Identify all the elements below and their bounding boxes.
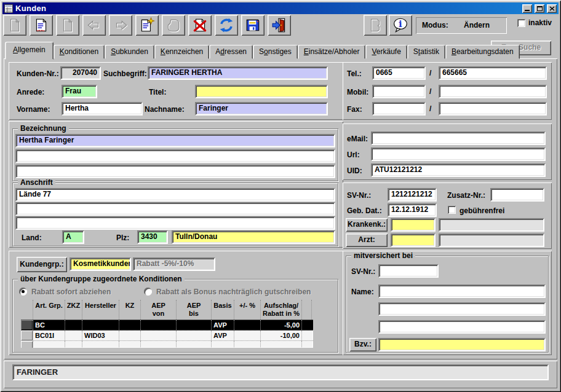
tab-konditionen[interactable]: Konditionen bbox=[54, 45, 105, 59]
email-label: eMail: bbox=[347, 132, 368, 146]
mobil-vorwahl-field[interactable] bbox=[372, 85, 426, 98]
mitversichert-name2-field[interactable] bbox=[378, 302, 546, 316]
tab-einsaetze-abholer[interactable]: Einsätze/Abholer bbox=[298, 45, 366, 59]
arzt-code-field[interactable] bbox=[391, 233, 436, 247]
ort-field[interactable]: Tulln/Donau bbox=[172, 230, 335, 244]
anschrift-line1[interactable]: Lände 77 bbox=[15, 188, 335, 202]
fax-vorwahl-field[interactable] bbox=[372, 102, 426, 116]
delete-record-button[interactable] bbox=[188, 15, 212, 36]
arzt-button[interactable]: Arzt: bbox=[346, 233, 388, 247]
plz-field[interactable]: 3430 bbox=[137, 230, 168, 244]
anschrift-line3[interactable] bbox=[15, 216, 335, 230]
sv-nr-field[interactable]: 1212121212 bbox=[388, 188, 437, 202]
open-record-button[interactable] bbox=[30, 15, 53, 36]
kunden-nr-field: 207040 bbox=[60, 66, 101, 80]
exit-button[interactable] bbox=[268, 15, 291, 36]
insurance-panel: SV-Nr.: 1212121212 Zusatz-Nr.: Geb. Dat.… bbox=[343, 182, 552, 249]
bezeichnung-group-label: Bezeichnung bbox=[18, 124, 69, 133]
column-header: AEP von bbox=[141, 300, 177, 319]
inaktiv-checkbox[interactable] bbox=[517, 19, 525, 27]
info-button[interactable]: i bbox=[389, 15, 412, 36]
mitversichert-sv-nr-field[interactable] bbox=[378, 264, 439, 278]
nachname-field[interactable]: Faringer bbox=[195, 102, 328, 116]
tab-subkunden[interactable]: Subkunden bbox=[105, 45, 154, 59]
kundengrp-button[interactable]: Kundengrp.: bbox=[17, 257, 67, 272]
tab-adressen[interactable]: Adressen bbox=[209, 45, 253, 59]
zusatz-nr-field[interactable] bbox=[490, 188, 544, 202]
tab-allgemein[interactable]: Allgemein bbox=[5, 42, 54, 60]
land-field[interactable]: A bbox=[62, 230, 84, 244]
mitversichert-sv-nr-label: SV-Nr.: bbox=[351, 265, 375, 278]
suchbegriff-field[interactable]: FARINGER HERTHA bbox=[148, 66, 328, 80]
table-row[interactable]: BCAVP-5,00 bbox=[21, 320, 313, 331]
row-selector[interactable] bbox=[21, 320, 33, 330]
content-area: Kunden-Nr.: 207040 Suchbegriff: FARINGER… bbox=[4, 58, 557, 359]
toolbar bbox=[3, 15, 291, 37]
table-cell bbox=[234, 320, 261, 330]
close-button[interactable] bbox=[547, 4, 557, 13]
tab-kennzeichen[interactable]: Kennzeichen bbox=[154, 45, 209, 59]
mobil-nummer-field[interactable] bbox=[439, 85, 547, 98]
tab-bearbeitungsdaten[interactable]: Bearbeitungsdaten bbox=[445, 45, 520, 59]
window-title: Kunden bbox=[15, 4, 520, 13]
titlebar: Kunden bbox=[2, 2, 559, 14]
krankenkasse-button[interactable]: Krankenk.: bbox=[346, 218, 388, 232]
bezeichnung-group: Bezeichnung Hertha Faringer bbox=[12, 128, 338, 181]
geb-dat-field[interactable]: 12.12.1912 bbox=[388, 203, 437, 217]
rabatt-bonus-radio[interactable] bbox=[144, 288, 152, 296]
arrow-right-icon bbox=[113, 17, 129, 33]
krankenkasse-code-field[interactable] bbox=[391, 218, 436, 232]
row-selector[interactable] bbox=[21, 341, 33, 348]
vorname-field[interactable]: Hertha bbox=[62, 102, 143, 116]
mode-value: Ändern bbox=[464, 21, 490, 29]
uid-field[interactable]: ATU12121212 bbox=[371, 163, 546, 177]
arzt-name-field bbox=[439, 233, 544, 247]
app-icon bbox=[4, 4, 13, 13]
table-row[interactable]: BC01IWID03AVP-10,00 bbox=[21, 331, 313, 341]
bzv-field[interactable] bbox=[378, 338, 546, 351]
mode-label: Modus: bbox=[422, 21, 448, 29]
minimize-button[interactable] bbox=[522, 4, 532, 13]
new-record-button[interactable] bbox=[135, 15, 159, 36]
mitversichert-name1-field[interactable] bbox=[378, 284, 546, 298]
anrede-field[interactable]: Frau bbox=[62, 85, 97, 98]
email-field[interactable] bbox=[371, 131, 546, 145]
mitversichert-panel: mitversichert bei SV-Nr.: Name: Bzv.: bbox=[343, 251, 552, 355]
gebuehrenfrei-checkbox[interactable] bbox=[448, 206, 456, 214]
column-header: Basis bbox=[212, 300, 234, 319]
column-header: +/- % bbox=[234, 300, 261, 319]
table-cell bbox=[82, 320, 119, 330]
table-cell bbox=[119, 320, 141, 330]
maximize-button[interactable] bbox=[535, 4, 544, 13]
tab-sonstiges[interactable]: Sonstiges bbox=[253, 45, 298, 59]
tel-vorwahl-field[interactable]: 0665 bbox=[372, 66, 426, 80]
table-cell bbox=[177, 320, 212, 330]
status-bar: FARINGER bbox=[4, 361, 557, 388]
kundengruppe-name-field[interactable]: Kosmetikkunden bbox=[70, 257, 131, 271]
mitversichert-name3-field[interactable] bbox=[378, 320, 546, 334]
row-selector[interactable] bbox=[21, 331, 33, 340]
table-cell: AVP bbox=[212, 331, 234, 340]
land-label: Land: bbox=[22, 231, 42, 245]
tel-nummer-field[interactable]: 665665 bbox=[439, 66, 547, 80]
outline-shape-icon bbox=[367, 17, 383, 33]
bezeichnung-line3[interactable] bbox=[15, 165, 335, 178]
tab-verkaeufe[interactable]: Verkäufe bbox=[365, 45, 407, 59]
table-row[interactable] bbox=[21, 341, 313, 348]
refresh-icon bbox=[218, 17, 234, 33]
bzv-button[interactable]: Bzv.: bbox=[349, 338, 376, 351]
fax-nummer-field[interactable] bbox=[439, 102, 547, 116]
refresh-button[interactable] bbox=[215, 15, 238, 36]
bezeichnung-line2[interactable] bbox=[15, 149, 335, 163]
save-button[interactable] bbox=[241, 15, 265, 36]
bezeichnung-line1[interactable]: Hertha Faringer bbox=[15, 134, 335, 147]
url-field[interactable] bbox=[371, 147, 546, 161]
anschrift-line2[interactable] bbox=[15, 202, 335, 216]
url-label: Url: bbox=[347, 148, 360, 162]
titel-field[interactable] bbox=[195, 85, 328, 98]
floppy-icon bbox=[245, 17, 261, 33]
rabatt-sofort-radio[interactable] bbox=[19, 288, 27, 296]
titel-label: Titel: bbox=[149, 85, 166, 99]
tab-statistik[interactable]: Statistik bbox=[407, 45, 445, 59]
table-cell: -5,00 bbox=[261, 320, 302, 330]
